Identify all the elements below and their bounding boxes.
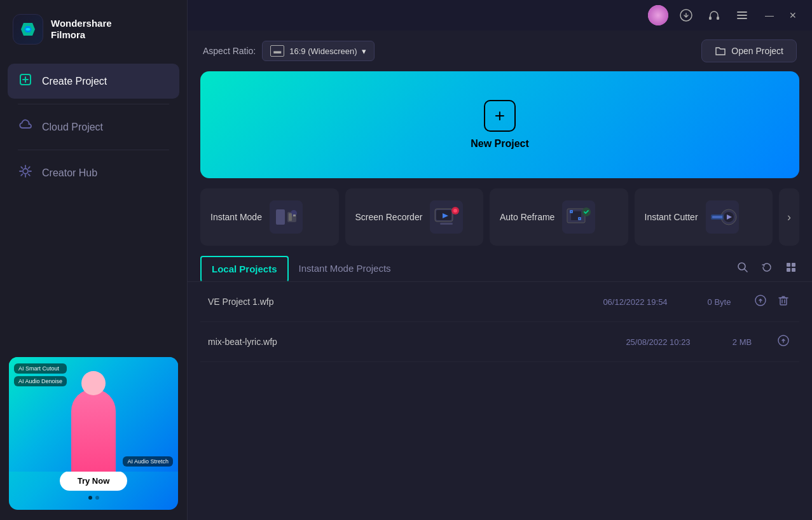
refresh-button[interactable]	[759, 259, 775, 279]
sidebar-item-create-project[interactable]: Create Project	[8, 64, 179, 99]
create-project-icon	[18, 73, 33, 90]
sidebar-item-cloud-project[interactable]: Cloud Project	[8, 109, 179, 144]
download-button[interactable]	[676, 5, 696, 25]
main-content: — ✕ Aspect Ratio: ▬ 16:9 (Widescreen) ▾ …	[188, 0, 812, 520]
svg-rect-46	[712, 216, 722, 218]
top-bar: Aspect Ratio: ▬ 16:9 (Widescreen) ▾ Open…	[188, 31, 812, 71]
search-button[interactable]	[734, 259, 751, 279]
promo-badge-3: AI Audio Stretch	[123, 456, 173, 467]
open-project-button[interactable]: Open Project	[701, 39, 797, 62]
aspect-ratio-dropdown[interactable]: ▬ 16:9 (Widescreen) ▾	[262, 41, 375, 61]
svg-line-12	[29, 174, 30, 176]
project-actions-2	[775, 332, 792, 351]
svg-rect-22	[270, 200, 303, 234]
promo-try-now-button[interactable]: Try Now	[60, 471, 128, 491]
ratio-icon: ▬	[270, 45, 284, 57]
project-actions-1	[752, 292, 792, 311]
svg-line-48	[745, 269, 748, 272]
sidebar-item-label-creator-hub: Creator Hub	[42, 167, 97, 179]
nav-divider-1	[18, 104, 169, 104]
app-logo: Wondershare Filmora	[0, 0, 187, 59]
project-date-2: 25/08/2022 10:23	[607, 337, 709, 347]
instant-mode-icon	[270, 200, 303, 234]
feature-card-instant-cutter[interactable]: Instant Cutter	[635, 188, 773, 246]
minimize-button[interactable]: —	[760, 8, 779, 23]
svg-rect-26	[289, 213, 292, 221]
tab-local-projects[interactable]: Local Projects	[200, 256, 289, 282]
tab-instant-mode-projects[interactable]: Instant Mode Projects	[289, 256, 401, 281]
chevron-down-icon: ▾	[362, 46, 366, 56]
feature-card-auto-reframe[interactable]: Auto Reframe	[490, 188, 628, 246]
instant-cutter-icon	[706, 200, 739, 234]
new-project-label: New Project	[471, 138, 529, 150]
headphones-button[interactable]	[704, 5, 724, 25]
svg-rect-52	[792, 268, 795, 272]
project-size-2: 2 MB	[717, 337, 767, 347]
instant-mode-label: Instant Mode	[210, 212, 262, 222]
creator-hub-icon	[18, 164, 33, 181]
promo-dot-2	[95, 496, 99, 500]
grid-view-button[interactable]	[783, 259, 799, 279]
auto-reframe-icon	[562, 200, 595, 234]
upload-button-1[interactable]	[752, 292, 769, 311]
promo-dot-1	[88, 496, 92, 500]
feature-card-instant-mode[interactable]: Instant Mode	[200, 188, 339, 246]
window-controls: — ✕	[760, 8, 802, 23]
app-name: Wondershare Filmora	[51, 18, 112, 41]
project-tabs: Local Projects Instant Mode Projects	[188, 256, 812, 282]
delete-button-1[interactable]	[775, 292, 792, 311]
sidebar-item-creator-hub[interactable]: Creator Hub	[8, 155, 179, 190]
logo-icon	[13, 14, 43, 45]
menu-button[interactable]	[732, 5, 752, 25]
more-cards-button[interactable]: ›	[779, 188, 799, 246]
svg-rect-51	[787, 268, 790, 272]
sidebar-item-label-cloud-project: Cloud Project	[42, 122, 103, 133]
svg-point-15	[648, 5, 668, 25]
aspect-ratio-selector: Aspect Ratio: ▬ 16:9 (Widescreen) ▾	[203, 41, 375, 61]
screen-recorder-icon	[430, 200, 463, 234]
promo-badge-2: AI Audio Denoise	[14, 376, 67, 386]
svg-point-34	[453, 209, 457, 213]
sidebar-item-label-create-project: Create Project	[42, 76, 107, 87]
open-project-label: Open Project	[731, 46, 783, 56]
svg-line-11	[21, 167, 22, 168]
promo-badges: AI Smart Cutout AI Audio Denoise	[14, 363, 67, 386]
svg-point-6	[23, 169, 28, 174]
user-avatar[interactable]	[648, 5, 668, 25]
table-row: VE Project 1.wfp 06/12/2022 19:54 0 Byte	[200, 282, 799, 322]
svg-rect-32	[440, 223, 453, 225]
svg-line-13	[29, 167, 30, 168]
upload-button-2[interactable]	[775, 332, 792, 351]
new-project-icon: +	[484, 100, 516, 132]
aspect-ratio-label: Aspect Ratio:	[203, 46, 256, 56]
svg-rect-50	[792, 263, 795, 267]
project-name-2: mix-beat-lyric.wfp	[208, 337, 600, 347]
svg-rect-54	[780, 298, 787, 305]
close-button[interactable]: ✕	[784, 8, 802, 23]
nav-divider-2	[18, 150, 169, 150]
project-date-1: 06/12/2022 19:54	[584, 297, 686, 307]
svg-line-14	[21, 174, 22, 176]
svg-rect-27	[293, 214, 296, 216]
promo-dots	[88, 496, 99, 500]
aspect-ratio-value: 16:9 (Widescreen)	[289, 46, 357, 56]
project-size-1: 0 Byte	[694, 297, 745, 307]
feature-cards: Instant Mode Screen Recorder	[200, 188, 799, 246]
instant-cutter-label: Instant Cutter	[645, 212, 698, 222]
project-list: VE Project 1.wfp 06/12/2022 19:54 0 Byte	[188, 282, 812, 520]
new-project-banner[interactable]: + New Project	[200, 71, 799, 178]
screen-recorder-label: Screen Recorder	[355, 212, 423, 222]
project-name-1: VE Project 1.wfp	[208, 297, 577, 307]
tab-actions	[734, 259, 799, 279]
tab-local-label: Local Projects	[212, 264, 277, 274]
cloud-icon	[18, 118, 33, 136]
feature-card-screen-recorder[interactable]: Screen Recorder	[345, 188, 484, 246]
table-row: mix-beat-lyric.wfp 25/08/2022 10:23 2 MB	[200, 322, 799, 362]
sidebar: Wondershare Filmora Create Project	[0, 0, 188, 520]
tab-instant-mode-label: Instant Mode Projects	[299, 263, 391, 274]
titlebar: — ✕	[188, 0, 812, 31]
auto-reframe-label: Auto Reframe	[500, 212, 554, 222]
svg-rect-49	[787, 263, 790, 267]
promo-badge-1: AI Smart Cutout	[14, 363, 67, 374]
sidebar-nav: Create Project Cloud Project	[0, 59, 187, 195]
